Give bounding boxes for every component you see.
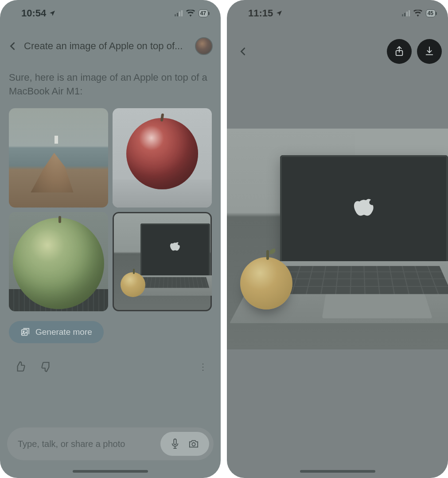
input-actions [160,432,209,456]
assistant-message: Sure, here is an image of an Apple on to… [0,63,221,104]
status-time: 11:15 [248,8,273,19]
svg-point-1 [23,331,24,332]
wifi-icon [413,10,422,17]
cell-signal-icon [402,10,410,16]
image-stack-icon [20,327,30,337]
image-detail-screen: 11:15 45 MacBook Air [227,0,448,478]
svg-rect-2 [174,439,176,445]
image-grid [0,104,221,311]
status-time: 10:54 [21,8,46,19]
back-button[interactable] [238,47,248,56]
location-icon [276,10,283,17]
generated-image-4[interactable] [113,212,212,311]
generated-image-1[interactable] [9,108,108,208]
share-button[interactable] [387,39,412,64]
generated-image-3[interactable] [9,212,108,311]
generated-image-2[interactable] [113,108,212,208]
camera-button[interactable] [188,439,199,449]
download-button[interactable] [417,39,442,64]
thumbs-down-button[interactable] [41,361,52,372]
svg-point-3 [192,443,195,446]
generate-more-label: Generate more [35,327,92,337]
chat-header: Create an image of Apple on top of... [0,27,221,63]
image-preview[interactable]: MacBook Air [227,129,448,349]
battery-indicator: 45 [426,9,436,17]
status-bar: 10:54 47 [0,0,221,27]
thumbs-up-button[interactable] [14,361,26,372]
chat-screen: 10:54 47 Create an image of Apple on top… [0,0,221,478]
more-options-button[interactable]: ⋮ [199,361,208,372]
detail-header [227,27,448,69]
generate-more-button[interactable]: Generate more [9,321,104,343]
chat-input-bar[interactable]: Type, talk, or share a photo [7,427,214,460]
wifi-icon [186,10,195,17]
user-avatar[interactable] [195,37,213,55]
cell-signal-icon [175,10,183,16]
mic-button[interactable] [170,438,180,450]
chat-input-placeholder: Type, talk, or share a photo [18,439,156,449]
battery-indicator: 47 [199,9,208,17]
chat-title: Create an image of Apple on top of... [24,40,189,52]
back-button[interactable] [8,41,18,51]
location-icon [49,10,56,17]
home-indicator [300,470,375,473]
feedback-row: ⋮ [0,343,221,372]
home-indicator [73,470,148,473]
status-bar: 11:15 45 [227,0,448,27]
